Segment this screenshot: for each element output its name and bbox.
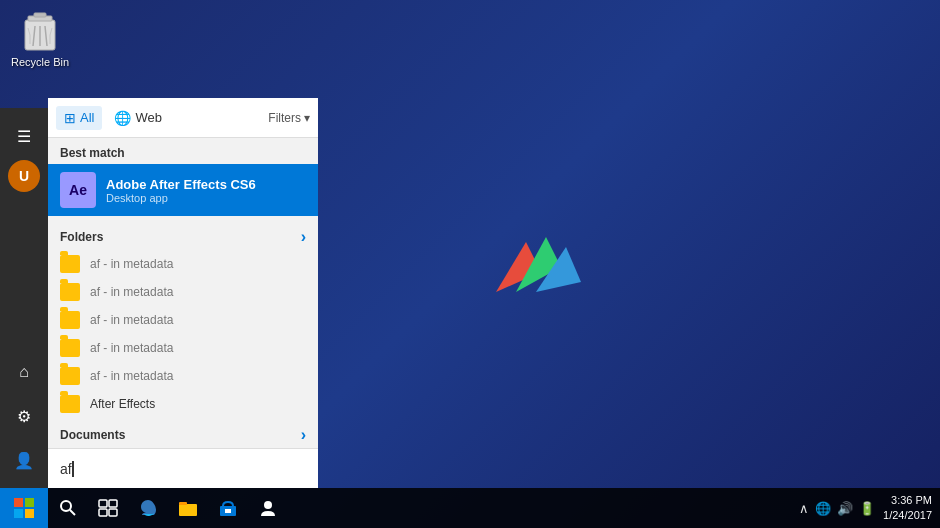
folder-item-3-text: af - in metadata <box>90 313 173 327</box>
taskbar: ∧ 🌐 🔊 🔋 3:36 PM 1/24/2017 <box>0 488 940 528</box>
sidebar-settings-icon[interactable]: ⚙ <box>4 396 44 436</box>
best-match-type: Desktop app <box>106 192 256 204</box>
folder-icon <box>60 367 80 385</box>
svg-rect-12 <box>99 500 107 507</box>
task-view-button[interactable] <box>88 488 128 528</box>
folder-after-effects-text: After Effects <box>90 397 155 411</box>
folder-item-4-text: af - in metadata <box>90 341 173 355</box>
svg-rect-16 <box>179 504 197 516</box>
best-match-name: Adobe After Effects CS6 <box>106 177 256 192</box>
edge-browser-button[interactable] <box>128 488 168 528</box>
file-explorer-icon <box>178 499 198 517</box>
desktop-logo <box>486 227 586 301</box>
search-cursor <box>72 461 74 477</box>
folder-item-4[interactable]: af - in metadata <box>48 334 318 362</box>
tab-web[interactable]: 🌐 Web <box>106 106 170 130</box>
best-match-header: Best match <box>48 138 318 164</box>
clock-time: 3:36 PM <box>883 493 932 508</box>
file-explorer-button[interactable] <box>168 488 208 528</box>
sidebar-person-icon[interactable]: 👤 <box>4 440 44 480</box>
folder-item-1[interactable]: af - in metadata <box>48 250 318 278</box>
tab-all-label: All <box>80 110 94 125</box>
chevron-down-icon: ▾ <box>304 111 310 125</box>
svg-rect-9 <box>25 509 34 518</box>
sidebar-user-avatar[interactable]: U <box>8 160 40 192</box>
windows-logo-icon <box>14 498 34 518</box>
search-icon <box>59 499 77 517</box>
store-button[interactable] <box>208 488 248 528</box>
folders-arrow-icon[interactable]: › <box>301 228 306 246</box>
folder-item-5-text: af - in metadata <box>90 369 173 383</box>
user-icon-taskbar[interactable] <box>248 488 288 528</box>
folder-item-1-text: af - in metadata <box>90 257 173 271</box>
svg-rect-13 <box>109 500 117 507</box>
folder-after-effects[interactable]: After Effects <box>48 390 318 418</box>
store-icon <box>218 498 238 518</box>
user-taskbar-icon <box>258 498 278 518</box>
desktop: Recycle Bin ☰ U ⌂ ⚙ 👤 ⊞ <box>0 0 940 528</box>
filters-label: Filters <box>268 111 301 125</box>
start-sidebar: ☰ U ⌂ ⚙ 👤 <box>0 108 48 488</box>
folder-icon <box>60 255 80 273</box>
search-tabs: ⊞ All 🌐 Web Filters ▾ <box>48 98 318 138</box>
folder-item-3[interactable]: af - in metadata <box>48 306 318 334</box>
taskbar-right: ∧ 🌐 🔊 🔋 3:36 PM 1/24/2017 <box>791 488 940 528</box>
recycle-bin-icon <box>20 8 60 52</box>
search-panel: ⊞ All 🌐 Web Filters ▾ Best match Ae <box>48 98 318 488</box>
svg-line-11 <box>70 510 75 515</box>
svg-rect-19 <box>225 509 231 513</box>
folder-icon <box>60 395 80 413</box>
search-input-value: af <box>60 461 72 477</box>
chevron-up-icon[interactable]: ∧ <box>799 501 809 516</box>
sidebar-hamburger[interactable]: ☰ <box>4 116 44 156</box>
clock-date: 1/24/2017 <box>883 508 932 523</box>
system-tray: ∧ 🌐 🔊 🔋 <box>799 501 875 516</box>
svg-point-10 <box>61 501 71 511</box>
documents-header: Documents › <box>48 418 318 448</box>
battery-icon[interactable]: 🔋 <box>859 501 875 516</box>
volume-icon[interactable]: 🔊 <box>837 501 853 516</box>
folder-icon <box>60 339 80 357</box>
svg-rect-8 <box>14 509 23 518</box>
web-icon: 🌐 <box>114 110 131 126</box>
svg-rect-15 <box>109 509 117 516</box>
folder-icon <box>60 311 80 329</box>
folder-item-2[interactable]: af - in metadata <box>48 278 318 306</box>
grid-icon: ⊞ <box>64 110 76 126</box>
edge-icon <box>138 498 158 518</box>
best-match-text: Adobe After Effects CS6 Desktop app <box>106 177 256 204</box>
ae-app-icon: Ae <box>60 172 96 208</box>
taskbar-clock[interactable]: 3:36 PM 1/24/2017 <box>883 493 932 524</box>
cortana-search-button[interactable] <box>48 488 88 528</box>
folder-item-2-text: af - in metadata <box>90 285 173 299</box>
svg-rect-2 <box>34 13 46 17</box>
tab-all[interactable]: ⊞ All <box>56 106 102 130</box>
search-input-bar[interactable]: af <box>48 448 318 488</box>
folder-icon <box>60 283 80 301</box>
svg-rect-6 <box>14 498 23 507</box>
folders-header: Folders › <box>48 220 318 250</box>
search-results: Best match Ae Adobe After Effects CS6 De… <box>48 138 318 448</box>
svg-rect-17 <box>179 502 187 505</box>
svg-rect-7 <box>25 498 34 507</box>
documents-arrow-icon[interactable]: › <box>301 426 306 444</box>
folder-item-5[interactable]: af - in metadata <box>48 362 318 390</box>
network-icon[interactable]: 🌐 <box>815 501 831 516</box>
svg-rect-14 <box>99 509 107 516</box>
best-match-item[interactable]: Ae Adobe After Effects CS6 Desktop app <box>48 164 318 216</box>
sidebar-home-icon[interactable]: ⌂ <box>4 352 44 392</box>
start-button[interactable] <box>0 488 48 528</box>
recycle-bin-label: Recycle Bin <box>11 56 69 68</box>
task-view-icon <box>98 499 118 517</box>
svg-point-20 <box>264 501 272 509</box>
recycle-bin[interactable]: Recycle Bin <box>8 8 72 68</box>
filters-button[interactable]: Filters ▾ <box>268 111 310 125</box>
tab-web-label: Web <box>135 110 162 125</box>
